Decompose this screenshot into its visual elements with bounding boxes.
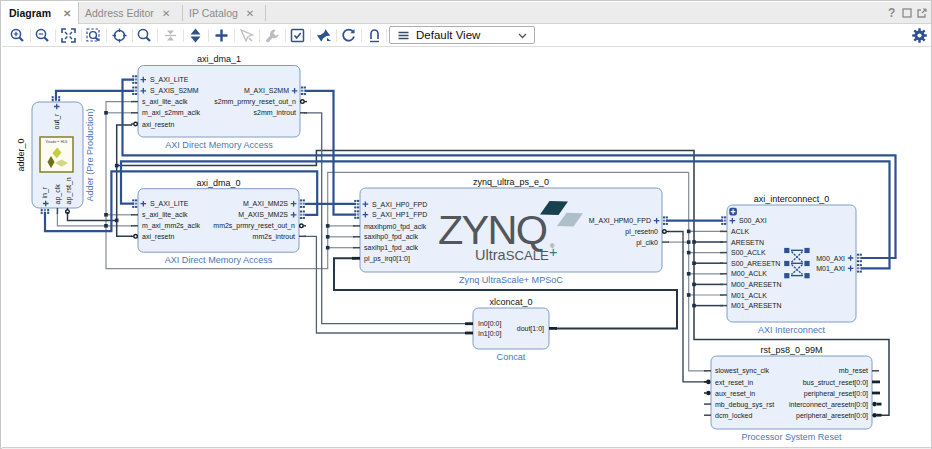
svg-text:dcm_locked: dcm_locked — [715, 412, 752, 420]
svg-text:axi_resetn: axi_resetn — [142, 233, 174, 241]
svg-text:s_axi_lite_aclk: s_axi_lite_aclk — [142, 98, 188, 106]
svg-text:M01_ARESETN: M01_ARESETN — [731, 302, 782, 310]
svg-text:bus_struct_reset[0:0]: bus_struct_reset[0:0] — [803, 379, 868, 387]
svg-text:in_r: in_r — [41, 186, 49, 198]
svg-text:axi_interconnect_0: axi_interconnect_0 — [754, 194, 830, 204]
svg-text:AXI Interconnect: AXI Interconnect — [758, 325, 826, 335]
svg-text:peripheral_aresetn[0:0]: peripheral_aresetn[0:0] — [796, 412, 868, 420]
svg-text:ap_rst_n: ap_rst_n — [65, 177, 73, 204]
svg-text:ARESETN: ARESETN — [731, 239, 764, 246]
svg-text:s_axi_lite_aclk: s_axi_lite_aclk — [142, 211, 188, 219]
svg-text:M01_AXI: M01_AXI — [816, 265, 845, 273]
svg-text:M00_AXI: M00_AXI — [816, 255, 845, 263]
svg-text:Processor System Reset: Processor System Reset — [741, 432, 842, 442]
svg-text:m_axi_mm2s_aclk: m_axi_mm2s_aclk — [142, 222, 200, 230]
svg-text:s2mm_prmry_reset_out_n: s2mm_prmry_reset_out_n — [214, 98, 296, 106]
svg-text:ACLK: ACLK — [731, 228, 750, 235]
svg-text:Zynq UltraScale+ MPSoC: Zynq UltraScale+ MPSoC — [459, 275, 563, 285]
svg-text:axi_dma_1: axi_dma_1 — [197, 54, 241, 64]
svg-text:pl_resetn0: pl_resetn0 — [625, 228, 658, 236]
svg-text:M_AXI_S2MM: M_AXI_S2MM — [244, 87, 289, 95]
svg-text:mm2s_prmry_reset_out_n: mm2s_prmry_reset_out_n — [213, 222, 295, 230]
svg-text:zynq_ultra_ps_e_0: zynq_ultra_ps_e_0 — [473, 177, 549, 187]
svg-text:pl_ps_irq0[1:0]: pl_ps_irq0[1:0] — [364, 255, 410, 263]
svg-text:AXI Direct Memory Access: AXI Direct Memory Access — [165, 255, 273, 265]
svg-text:ext_reset_in: ext_reset_in — [715, 379, 753, 387]
svg-text:slowest_sync_clk: slowest_sync_clk — [715, 367, 770, 375]
svg-text:rst_ps8_0_99M: rst_ps8_0_99M — [760, 345, 822, 355]
svg-text:S00_ACLK: S00_ACLK — [731, 249, 766, 257]
svg-text:S_AXI_HP0_FPD: S_AXI_HP0_FPD — [372, 201, 427, 209]
svg-text:mb_debug_sys_rst: mb_debug_sys_rst — [715, 401, 774, 409]
svg-text:S_AXIS_S2MM: S_AXIS_S2MM — [150, 87, 199, 95]
svg-text:mm2s_introut: mm2s_introut — [253, 233, 295, 241]
svg-text:M_AXI_HPM0_FPD: M_AXI_HPM0_FPD — [589, 217, 651, 225]
svg-text:S_AXI_LITE: S_AXI_LITE — [150, 76, 189, 84]
svg-text:axi_dma_0: axi_dma_0 — [196, 178, 240, 188]
svg-text:xlconcat_0: xlconcat_0 — [489, 297, 532, 307]
svg-text:S_AXI_LITE: S_AXI_LITE — [150, 200, 189, 208]
svg-text:M_AXI_MM2S: M_AXI_MM2S — [243, 200, 288, 208]
svg-text:S_AXI_HP1_FPD: S_AXI_HP1_FPD — [372, 211, 427, 219]
svg-text:s2mm_introut: s2mm_introut — [254, 109, 296, 117]
svg-text:pl_clk0: pl_clk0 — [636, 239, 658, 247]
svg-text:adder_0: adder_0 — [16, 138, 26, 171]
svg-text:peripheral_reset[0:0]: peripheral_reset[0:0] — [804, 390, 868, 398]
svg-text:S00_AXI: S00_AXI — [739, 217, 767, 225]
svg-text:saxihp1_fpd_aclk: saxihp1_fpd_aclk — [364, 244, 419, 252]
svg-text:out_r: out_r — [53, 113, 61, 130]
svg-text:axi_resetn: axi_resetn — [142, 121, 174, 129]
svg-text:m_axi_s2mm_aclk: m_axi_s2mm_aclk — [142, 109, 200, 117]
svg-text:Concat: Concat — [497, 352, 526, 362]
svg-text:dout[1:0]: dout[1:0] — [517, 325, 544, 333]
svg-text:M00_ACLK: M00_ACLK — [731, 270, 767, 278]
svg-text:aux_reset_in: aux_reset_in — [715, 390, 755, 398]
svg-text:In0[0:0]: In0[0:0] — [478, 320, 501, 328]
svg-text:M01_ACLK: M01_ACLK — [731, 292, 767, 300]
svg-text:AXI Direct Memory Access: AXI Direct Memory Access — [165, 140, 273, 150]
svg-text:Adder (Pre Production): Adder (Pre Production) — [85, 108, 95, 201]
svg-text:saxihp0_fpd_aclk: saxihp0_fpd_aclk — [364, 233, 419, 241]
svg-text:In1[0:0]: In1[0:0] — [478, 330, 501, 338]
svg-text:M_AXIS_MM2S: M_AXIS_MM2S — [238, 211, 288, 219]
svg-text:Vivado™ HLS: Vivado™ HLS — [46, 140, 69, 144]
svg-text:interconnect_aresetn[0:0]: interconnect_aresetn[0:0] — [789, 401, 868, 409]
svg-text:mb_reset: mb_reset — [839, 367, 868, 375]
svg-text:M00_ARESETN: M00_ARESETN — [731, 281, 782, 289]
svg-text:maxihpm0_fpd_aclk: maxihpm0_fpd_aclk — [364, 223, 427, 231]
svg-text:ap_clk: ap_clk — [54, 184, 62, 205]
svg-text:ZYNQ: ZYNQ — [438, 206, 548, 253]
svg-text:S00_ARESETN: S00_ARESETN — [731, 260, 780, 268]
